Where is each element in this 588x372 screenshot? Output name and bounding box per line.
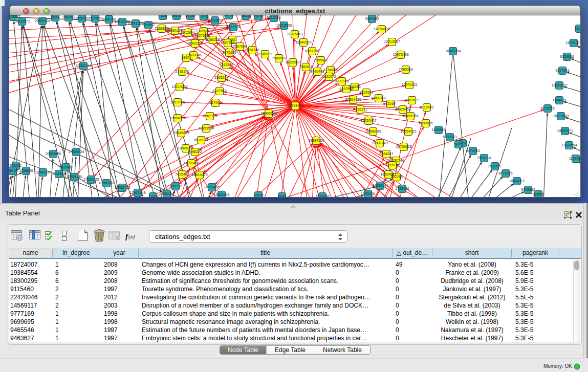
svg-text:5498222: 5498222 (188, 150, 202, 154)
svg-text:8878334: 8878334 (194, 138, 208, 142)
svg-text:9975887: 9975887 (59, 165, 73, 169)
svg-text:12213383: 12213383 (171, 85, 187, 89)
svg-text:10025458: 10025458 (395, 107, 410, 111)
svg-text:9327508: 9327508 (221, 41, 234, 45)
svg-text:10807487: 10807487 (371, 96, 386, 100)
svg-text:10654112: 10654112 (509, 179, 525, 183)
svg-text:7625402: 7625402 (175, 172, 189, 176)
svg-text:10973493: 10973493 (393, 53, 408, 56)
svg-text:12213967: 12213967 (384, 40, 400, 43)
svg-text:12093872: 12093872 (551, 83, 567, 87)
svg-text:12923: 12923 (253, 193, 264, 197)
svg-text:7632621: 7632621 (488, 164, 502, 168)
svg-text:8436: 8436 (278, 194, 286, 197)
svg-text:14035571: 14035571 (14, 19, 30, 23)
svg-text:11123: 11123 (575, 27, 580, 30)
svg-text:17359924: 17359924 (68, 150, 84, 154)
svg-text:8427552: 8427552 (212, 89, 226, 93)
svg-text:1733426: 1733426 (361, 192, 375, 195)
svg-text:16914479: 16914479 (191, 173, 207, 177)
svg-text:917004: 917004 (209, 101, 221, 104)
svg-text:18300295: 18300295 (260, 112, 276, 115)
svg-text:9474444: 9474444 (466, 149, 480, 152)
svg-text:7663822: 7663822 (155, 27, 168, 30)
svg-text:14136141: 14136141 (372, 184, 388, 187)
svg-text:8813: 8813 (242, 15, 250, 17)
svg-text:10671355: 10671355 (127, 21, 143, 25)
svg-text:9329966: 9329966 (560, 55, 574, 58)
svg-text:18640910: 18640910 (295, 40, 311, 44)
svg-text:12923446: 12923446 (213, 193, 229, 196)
svg-text:14099489: 14099489 (183, 161, 199, 165)
svg-text:20206576: 20206576 (45, 152, 61, 156)
svg-text:1156829: 1156829 (19, 169, 33, 172)
svg-text:16120746: 16120746 (388, 159, 404, 162)
svg-text:62160: 62160 (385, 102, 396, 105)
svg-text:1167533: 1167533 (569, 157, 580, 160)
svg-text:16033809: 16033809 (207, 18, 223, 22)
svg-text:10688609: 10688609 (365, 129, 381, 133)
svg-text:1362615: 1362615 (299, 65, 313, 69)
svg-text:18724007: 18724007 (287, 104, 303, 107)
svg-text:8813054: 8813054 (267, 16, 280, 19)
svg-text:16154808: 16154808 (374, 27, 389, 31)
svg-text:835061: 835061 (10, 164, 21, 167)
svg-text:11325419: 11325419 (287, 32, 303, 36)
svg-text:19384554: 19384554 (308, 139, 324, 142)
svg-text:8912954: 8912954 (181, 31, 194, 34)
svg-text:15751074: 15751074 (565, 41, 580, 45)
svg-text:12505135: 12505135 (66, 175, 82, 179)
svg-text:1403557: 1403557 (9, 15, 20, 18)
svg-text:13226058: 13226058 (195, 29, 211, 33)
svg-text:10653267: 10653267 (74, 16, 90, 20)
svg-text:8990448: 8990448 (310, 70, 324, 73)
svg-text:20053346: 20053346 (75, 64, 91, 68)
svg-text:16782759: 16782759 (114, 186, 130, 189)
svg-text:9777169: 9777169 (335, 79, 349, 83)
svg-text:88130: 88130 (224, 15, 234, 17)
svg-text:12975115: 12975115 (402, 83, 418, 86)
svg-text:9699695: 9699695 (419, 121, 432, 125)
svg-text:5933923: 5933923 (443, 135, 456, 139)
svg-text:1615132: 1615132 (385, 163, 399, 167)
svg-text:7357224: 7357224 (226, 25, 240, 29)
svg-text:19692971: 19692971 (557, 129, 573, 133)
svg-text:9245652: 9245652 (521, 188, 535, 191)
svg-text:6497568: 6497568 (339, 87, 353, 91)
svg-text:9634: 9634 (51, 15, 59, 19)
svg-text:10046755: 10046755 (178, 146, 193, 150)
svg-text:7386372: 7386372 (353, 107, 367, 111)
svg-text:9115460: 9115460 (420, 105, 434, 109)
svg-text:6794028: 6794028 (323, 68, 337, 72)
svg-text:9242845: 9242845 (219, 63, 233, 67)
svg-text:1640954: 1640954 (431, 128, 445, 132)
svg-text:(x): (x) (128, 233, 135, 240)
svg-text:19654923: 19654923 (400, 129, 416, 133)
svg-text:98901: 98901 (181, 56, 191, 59)
svg-text:12923448: 12923448 (129, 191, 145, 194)
svg-text:7663: 7663 (159, 15, 167, 17)
svg-text:2803144: 2803144 (214, 76, 228, 79)
svg-text:1244415: 1244415 (552, 98, 566, 102)
svg-text:2087682: 2087682 (365, 17, 379, 20)
svg-text:16543362: 16543362 (187, 41, 203, 45)
svg-text:9884067: 9884067 (379, 152, 393, 156)
svg-text:17957225: 17957225 (83, 178, 99, 181)
svg-text:6961758: 6961758 (305, 49, 319, 53)
svg-text:7955812: 7955812 (314, 58, 328, 62)
svg-text:751552: 751552 (142, 23, 154, 27)
svg-text:8454749: 8454749 (245, 48, 259, 52)
svg-text:916353: 916353 (62, 15, 74, 19)
svg-text:9463627: 9463627 (405, 98, 419, 102)
svg-text:8322037: 8322037 (286, 60, 299, 64)
svg-text:19756928: 19756928 (396, 145, 411, 148)
svg-text:1733426: 1733426 (395, 187, 409, 190)
svg-text:15720407: 15720407 (360, 119, 376, 122)
svg-text:2718176: 2718176 (175, 70, 189, 73)
svg-text:3875685: 3875685 (222, 51, 236, 54)
svg-text:19218: 19218 (253, 15, 264, 18)
svg-text:17016504: 17016504 (561, 143, 577, 147)
svg-text:15716485: 15716485 (204, 185, 220, 189)
svg-text:1810755: 1810755 (170, 100, 184, 104)
svg-text:1621072: 1621072 (322, 75, 336, 78)
